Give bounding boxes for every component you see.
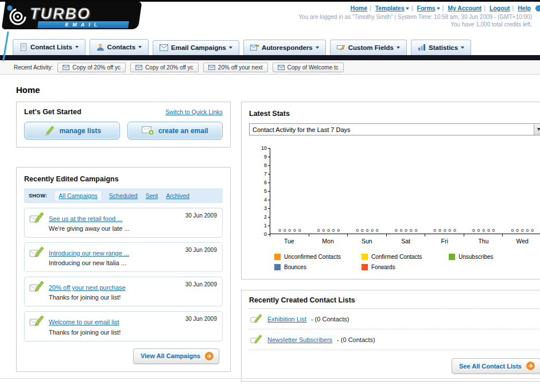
contact-list-link[interactable]: Newsletter Subscribers [267, 336, 332, 343]
contacts-icon [96, 43, 104, 51]
edit-campaign-icon [29, 211, 44, 224]
select-dropdown-icon [534, 124, 540, 135]
recent-campaigns-panel: Recently Edited Campaigns SHOW: All Camp… [16, 167, 231, 372]
chevron-down-icon [406, 7, 409, 10]
chart-bar-group: 0 0 0 0 0 [425, 148, 464, 234]
y-axis-label: 9 [257, 154, 270, 160]
campaign-title-link[interactable]: Introducing our new range ... [49, 250, 129, 257]
recent-activity-item[interactable]: Copy of 20% off yc [130, 63, 199, 72]
campaign-date: 30 Jun 2009 [185, 281, 217, 288]
campaigns-filter-tabs: SHOW: All Campaigns Scheduled Sent Archi… [24, 188, 223, 203]
contact-list-link[interactable]: Exhibition List [267, 316, 306, 323]
recent-activity-bar: Recent Activity: Copy of 20% off yc Copy… [0, 60, 540, 75]
see-all-contact-lists-button[interactable]: See All Contact Lists [452, 358, 540, 374]
nav-label: Autoresponders [262, 44, 313, 51]
top-link-help[interactable]: Help [518, 5, 531, 11]
nav-tab-contact-lists[interactable]: Contact Lists [13, 39, 86, 55]
recent-activity-item[interactable]: Copy of 20% off yc [57, 63, 126, 72]
arrow-right-icon [526, 362, 535, 370]
manage-lists-label: manage lists [59, 127, 101, 135]
logo[interactable]: TURBO EMAIL [2, 2, 146, 33]
activity-item-label: Copy of 20% off yc [72, 64, 121, 71]
y-axis-label: 4 [257, 197, 270, 203]
tab-sent[interactable]: Sent [146, 192, 158, 199]
legend-item: Bounces [274, 264, 356, 270]
separator: | [512, 5, 514, 11]
email-icon [278, 65, 285, 70]
top-link-logout[interactable]: Logout [490, 5, 510, 11]
chevron-down-icon [461, 46, 464, 49]
chart-bar-group: 0 0 0 0 0 [348, 148, 387, 234]
legend-label: Unconfirmed Contacts [284, 254, 341, 260]
stats-period-select[interactable]: Contact Activity for the Last 7 Days [249, 123, 540, 135]
nav-underline-bar [0, 55, 540, 60]
campaign-subtitle: Thanks for joining our list! [49, 293, 177, 302]
email-icon [63, 65, 69, 70]
y-axis-label: 6 [257, 180, 270, 185]
stats-title: Latest Stats [249, 110, 290, 118]
campaign-date: 30 Jun 2009 [185, 212, 217, 219]
recent-activity-item[interactable]: 20% off your next [203, 63, 268, 72]
nav-label: Custom Fields [348, 44, 394, 51]
campaign-row: Introducing our new range ... Introducin… [24, 242, 223, 272]
autoresponders-icon [250, 44, 259, 51]
top-link-home[interactable]: Home [351, 5, 367, 11]
legend-item: Unconfirmed Contacts [274, 254, 356, 260]
campaign-date: 30 Jun 2009 [185, 316, 217, 322]
x-axis-label: Wed [503, 238, 540, 244]
chart-bar-group: 0 0 0 0 0 [503, 148, 540, 234]
y-axis-label: 1 [257, 223, 270, 228]
x-axis-tick [464, 234, 503, 236]
y-axis-label: 10 [257, 146, 270, 151]
nav-tab-custom-fields[interactable]: Custom Fields [330, 40, 407, 55]
edit-campaign-icon [29, 315, 44, 327]
campaign-title-link[interactable]: 20% off your next purchase [49, 284, 126, 291]
chart-x-labels: TueMonSunSatFriThuWed [270, 238, 540, 244]
nav-tab-contacts[interactable]: Contacts [90, 39, 149, 55]
y-axis-label: 7 [257, 172, 270, 177]
top-link-forms[interactable]: Forms [417, 5, 440, 11]
switch-to-quick-links[interactable]: Switch to Quick Links [165, 108, 223, 115]
legend-swatch [274, 264, 281, 270]
x-axis-label: Fri [425, 238, 464, 244]
contact-list-row: Newsletter Subscribers - (0 Contacts) [249, 329, 540, 350]
legend-label: Confirmed Contacts [371, 254, 422, 260]
stats-period-value: Contact Activity for the Last 7 Days [250, 126, 351, 133]
footer-divider [0, 378, 540, 379]
tab-all-campaigns[interactable]: All Campaigns [55, 191, 101, 200]
main-nav: Contact Lists Contacts Email Campaigns A… [0, 37, 540, 55]
create-email-button[interactable]: create an email [127, 122, 223, 139]
legend-swatch [362, 254, 368, 260]
chevron-down-icon [138, 46, 142, 48]
campaign-title-link[interactable]: See us at the retail food ... [49, 215, 122, 222]
tab-archived[interactable]: Archived [166, 192, 189, 199]
email-icon [135, 65, 142, 70]
recent-activity-item[interactable]: Copy of Welcome tc [273, 63, 344, 72]
manage-lists-button[interactable]: manage lists [24, 122, 120, 139]
legend-label: Bounces [284, 264, 306, 270]
logo-email-text: EMAIL [65, 22, 102, 28]
chart-value-labels: 0 0 0 0 0 [387, 228, 426, 233]
top-link-templates[interactable]: Templates [375, 5, 409, 11]
x-axis-tick [387, 234, 426, 236]
campaigns-title: Recently Edited Campaigns [24, 175, 119, 183]
view-all-campaigns-button[interactable]: View All Campaigns [133, 348, 219, 364]
nav-tab-email-campaigns[interactable]: Email Campaigns [153, 40, 239, 55]
chart-bar-group: 0 0 0 0 0 [309, 148, 348, 234]
nav-tab-autoresponders[interactable]: Autoresponders [243, 40, 326, 55]
edit-campaign-icon [29, 280, 44, 293]
logo-tail-decoration [1, 32, 10, 63]
legend-item: Confirmed Contacts [362, 254, 443, 260]
tab-scheduled[interactable]: Scheduled [109, 192, 138, 199]
credits-info: You have 1,000 total credits left. [298, 21, 532, 28]
campaign-title-link[interactable]: Welcome to our email list [49, 319, 119, 325]
latest-stats-panel: Latest Stats Contact Activity for the La… [241, 102, 540, 280]
nav-label: Contact Lists [30, 44, 72, 51]
top-link-my-account[interactable]: My Account [448, 5, 481, 11]
activity-item-label: 20% off your next [218, 64, 263, 71]
x-axis-label: Tue [270, 238, 309, 244]
chart-y-axis: 109876543210 [257, 146, 270, 237]
campaign-subtitle: We're giving away our late ... [49, 224, 177, 234]
nav-tab-statistics[interactable]: Statistics [411, 40, 471, 55]
campaign-row: 20% off your next purchase Thanks for jo… [24, 277, 223, 306]
